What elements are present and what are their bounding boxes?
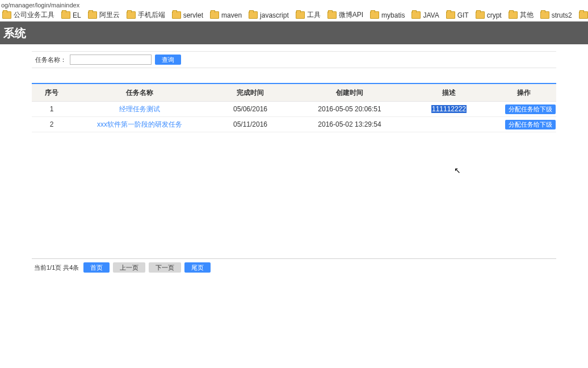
cell-complete-time: 05/11/2016 [208,117,293,132]
folder-icon [296,11,305,19]
folder-icon [509,11,518,19]
bookmark-item[interactable]: 感兴趣 [579,10,588,20]
bookmark-label: EL [73,11,81,19]
mouse-cursor-icon: ↖ [454,166,461,175]
pagination-bar: 当前1/1页 共4条 首页 上一页 下一页 尾页 [32,258,556,276]
bookmark-item[interactable]: crypt [476,11,502,19]
folder-icon [446,11,455,19]
last-page-button[interactable]: 尾页 [184,262,211,273]
desc-text: 111112222 [431,105,467,113]
column-header: 操作 [492,84,556,102]
folder-icon [210,11,219,19]
bookmark-item[interactable]: 公司业务工具 [2,10,54,20]
bookmark-item[interactable]: mybatis [370,11,405,19]
bookmark-item[interactable]: GIT [446,11,469,19]
folder-icon [327,11,337,19]
folder-icon [127,11,136,19]
cell-complete-time: 05/06/2016 [208,102,293,117]
bookmark-label: mybatis [381,11,405,19]
column-header: 完成时间 [208,84,293,102]
bookmark-label: 公司业务工具 [14,10,54,20]
cell-seq: 2 [32,117,72,132]
prev-page-button[interactable]: 上一页 [113,262,145,273]
bookmark-label: servlet [183,11,203,19]
cell-name: 经理任务测试 [72,102,208,117]
search-bar: 任务名称： 查询 [32,51,556,68]
folder-icon [411,11,421,19]
assign-task-button[interactable]: 分配任务给下级 [505,120,556,129]
column-header: 序号 [32,84,72,102]
folder-icon [2,11,11,19]
bookmark-item[interactable]: javascript [249,11,289,19]
bookmark-item[interactable]: 手机后端 [127,10,165,20]
folder-icon [370,11,379,19]
folder-icon [540,11,549,19]
folder-icon [172,11,181,19]
bookmark-label: struts2 [552,11,572,19]
bookmark-label: 其他 [520,10,534,20]
bookmark-item[interactable]: 工具 [296,10,321,20]
table-row: 2xxx软件第一阶段的研发任务05/11/20162016-05-02 13:2… [32,117,556,132]
folder-icon [579,11,588,19]
bookmarks-bar: 公司业务工具EL阿里云手机后端servletmavenjavascript工具微… [0,9,588,22]
task-name-link[interactable]: xxx软件第一阶段的研发任务 [97,120,182,128]
bookmark-label: JAVA [423,11,439,19]
folder-icon [61,11,70,19]
assign-task-button[interactable]: 分配任务给下级 [505,104,556,114]
cell-action: 分配任务给下级 [492,117,556,132]
column-header: 创建时间 [293,84,406,102]
bookmark-label: 阿里云 [99,10,120,20]
bookmark-label: maven [221,11,242,19]
first-page-button[interactable]: 首页 [83,262,110,273]
bookmark-item[interactable]: servlet [172,11,203,19]
column-header: 描述 [406,84,492,102]
bookmark-item[interactable]: struts2 [540,11,572,19]
folder-icon [249,11,258,19]
task-table-wrap: 序号任务名称完成时间创建时间描述操作 1经理任务测试05/06/20162016… [32,83,556,132]
cell-action: 分配任务给下级 [492,102,556,117]
bookmark-item[interactable]: maven [210,11,242,19]
bookmark-item[interactable]: 阿里云 [88,10,120,20]
header-title: 系统 [3,26,26,41]
cell-create-time: 2016-05-02 13:29:54 [293,117,406,132]
bookmark-label: javascript [260,11,289,19]
folder-icon [88,11,97,19]
bookmark-label: crypt [487,11,502,19]
bookmark-label: 微博API [339,10,363,20]
folder-icon [476,11,485,19]
cell-seq: 1 [32,102,72,117]
task-name-link[interactable]: 经理任务测试 [119,105,160,113]
next-page-button[interactable]: 下一页 [149,262,181,273]
bookmark-item[interactable]: JAVA [411,11,439,19]
column-header: 任务名称 [72,84,208,102]
cell-desc [406,117,492,132]
task-name-input[interactable] [70,55,152,65]
query-button[interactable]: 查询 [155,55,181,65]
page-header: 系统 [0,22,588,44]
bookmark-item[interactable]: 其他 [509,10,534,20]
search-label: 任务名称： [35,56,66,64]
cell-create-time: 2016-05-05 20:06:51 [293,102,406,117]
bookmark-item[interactable]: EL [61,11,81,19]
address-bar: og/manager/login/mainindex [0,0,588,9]
cell-desc: 111112222 [406,102,492,117]
task-table: 序号任务名称完成时间创建时间描述操作 1经理任务测试05/06/20162016… [32,84,556,132]
page-info: 当前1/1页 共4条 [34,264,79,272]
cell-name: xxx软件第一阶段的研发任务 [72,117,208,132]
bookmark-item[interactable]: 微博API [327,10,363,20]
bookmark-label: GIT [457,11,469,19]
table-row: 1经理任务测试05/06/20162016-05-05 20:06:511111… [32,102,556,117]
bookmark-label: 手机后端 [138,10,165,20]
bookmark-label: 工具 [307,10,321,20]
